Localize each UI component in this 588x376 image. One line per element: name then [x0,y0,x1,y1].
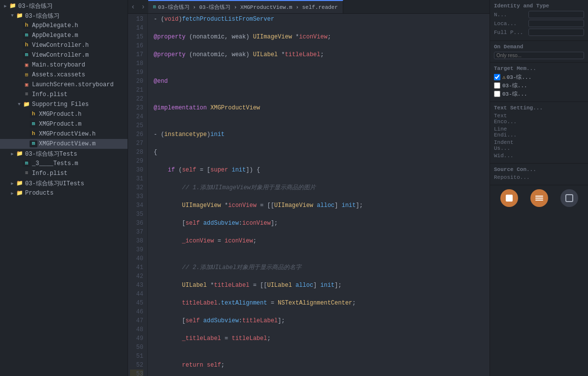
identity-name-label: N... [494,12,528,18]
sidebar-file-icon-plist: ≡ [23,170,31,177]
sidebar-item-label: Info.plist [32,170,67,177]
sidebar-item-label: XMGProductView.h [39,131,96,137]
text-settings-title: Text Setting... [494,105,584,111]
sidebar-file-icon-h: h [23,22,31,29]
repo-label: Reposito... [494,174,528,180]
target-label-2: 03-综... [502,82,527,89]
target-checkbox-2[interactable] [494,82,500,89]
sidebar-item-vc-m[interactable]: m ViewController.m [0,50,128,60]
bottom-icon-1[interactable] [500,189,518,207]
sidebar-item-info2[interactable]: ≡ Info.plist [0,169,128,178]
sidebar-item-label: _3____Tests.m [32,160,78,167]
on-demand-title: On Demand [494,44,584,50]
line-number: 34 [130,201,143,210]
tab-file-icon: m [153,4,156,10]
warning-icon-1: ⚠ [502,74,506,80]
line-number: 53 [130,370,143,376]
identity-name-row: N... [494,11,584,18]
line-number: 47 [130,316,143,325]
target-membership-section: Target Mem... ⚠ 03-综... 03-综... 03-综... [490,63,588,102]
sidebar-file-icon-h: h [30,131,37,137]
sidebar-item-supporting-files[interactable]: ▼ 📁 Supporting Files [0,100,128,109]
on-demand-input[interactable] [494,52,584,59]
line-number: 37 [130,228,143,237]
code-line: _iconView = iconView; [154,237,490,245]
sidebar-collapse-arrow[interactable]: ▶ [9,151,16,157]
sidebar-item-productview-h[interactable]: h XMGProductView.h [0,129,128,139]
svg-rect-3 [535,200,543,201]
line-number: 42 [130,272,143,281]
sidebar-item-label: 03-综合练习UITests [25,179,84,188]
sidebar-folder-icon: 📁 [9,2,17,9]
bottom-icon-3[interactable] [560,189,578,207]
sidebar-item-assets[interactable]: ⊞ Assets.xcassets [0,70,128,80]
sidebar-item-appdel-h[interactable]: h AppDelegate.h [0,21,128,31]
target-label-1: 03-综... [507,73,532,81]
sidebar-folder-icon: 📁 [16,190,24,197]
sidebar-file-icon-h: h [23,42,31,49]
sidebar-item-tests[interactable]: ▶ 📁 03-综合练习Tests [0,149,128,159]
line-number: 38 [130,237,143,245]
line-number: 28 [130,148,143,157]
sidebar-item-3-tests[interactable]: m _3____Tests.m [0,159,128,169]
sidebar-item-label: 03-综合练习 [18,2,53,10]
line-number: 40 [130,254,143,263]
target-checkbox-1[interactable] [494,74,500,80]
sidebar-item-appdel-m[interactable]: m AppDelegate.m [0,31,128,40]
code-editor[interactable]: 13 14 15 16 17 18 19 20 21 22 23 24 25 2… [128,14,490,376]
line-number: 35 [130,210,143,219]
code-line: @end [154,77,490,86]
sidebar-item-product-h[interactable]: h XMGProduct.h [0,109,128,119]
sidebar-folder-icon: 📁 [23,101,31,108]
sidebar-item-launch-sb[interactable]: ▣ LaunchScreen.storyboard [0,80,128,90]
line-number: 32 [130,183,143,192]
line-number: 31 [130,174,143,183]
sidebar-item-products[interactable]: ▶ 📁 Products [0,188,128,198]
sidebar-item-label: ViewController.m [32,52,89,59]
sidebar-collapse-arrow[interactable]: ▼ [16,102,23,107]
code-line: @property (nonatomic, weak) UIImageView … [154,33,490,41]
line-number: 13 [130,15,143,24]
sidebar-item-uitests[interactable]: ▶ 📁 03-综合练习UITests [0,178,128,188]
identity-location-row: Loca... [494,20,584,27]
code-line: // 2.添加UILabel对象用于显示商品的名字 [154,263,490,272]
indent-using-row: Indent Us... [494,139,584,151]
sidebar-item-info-plist[interactable]: ≡ Info.plist [0,90,128,100]
identity-fullpath-input[interactable] [528,29,584,36]
identity-location-input[interactable] [528,20,584,27]
target-item-3: 03-综... [494,90,584,98]
sidebar-collapse-arrow[interactable]: ▶ [9,181,16,186]
code-line: - (void)fetchProductListFromServer [154,15,490,24]
sidebar-item-root-group[interactable]: ▶ 📁 03-综合练习 [0,1,128,11]
sidebar-file-icon-m: m [23,32,31,39]
line-endings-label: Line Endi... [494,126,528,138]
indent-using-label: Indent Us... [494,139,528,151]
sidebar-item-main-storyboard[interactable]: ▣ Main.storyboard [0,60,128,70]
code-line: [self addSubview:iconView]; [154,219,490,228]
sidebar-file-icon-storyboard: ▣ [23,81,31,88]
sidebar-collapse-arrow[interactable]: ▶ [9,191,16,196]
code-line: // 1.添加UIImageView对象用于显示商品的图片 [154,183,490,192]
identity-name-input[interactable] [528,11,584,18]
code-line: [self addSubview:titleLabel]; [154,316,490,325]
bottom-icon-2[interactable] [530,189,548,207]
sidebar-file-icon-m: m [30,140,37,147]
sidebar-collapse-arrow[interactable]: ▼ [9,13,16,18]
svg-rect-0 [506,195,513,202]
tab-back-button[interactable]: ‹ [128,3,138,11]
target-checkbox-3[interactable] [494,91,500,97]
sidebar-item-productview-m[interactable]: m XMGProductView.m [0,139,128,149]
sidebar-item-folder-03[interactable]: ▼ 📁 03-综合练习 [0,11,128,21]
bottom-icons [490,185,588,211]
editor-tab-productview[interactable]: m 03-综合练习 › 03-综合练习 › XMGProductView.m ›… [148,0,343,14]
svg-rect-1 [535,196,543,197]
sidebar-item-vc-h[interactable]: h ViewController.h [0,40,128,50]
right-panel: Identity and Type N... Loca... Full P...… [490,0,588,376]
tab-forward-button[interactable]: › [138,3,148,11]
line-number: 23 [130,103,143,112]
sidebar-collapse-arrow[interactable]: ▶ [2,3,9,9]
sidebar-item-product-m[interactable]: m XMGProduct.m [0,119,128,129]
code-content[interactable]: - (void)fetchProductListFromServer @prop… [148,14,490,376]
line-number: 18 [130,59,143,68]
code-line: @property (nonatomic, weak) UILabel *tit… [154,50,490,59]
